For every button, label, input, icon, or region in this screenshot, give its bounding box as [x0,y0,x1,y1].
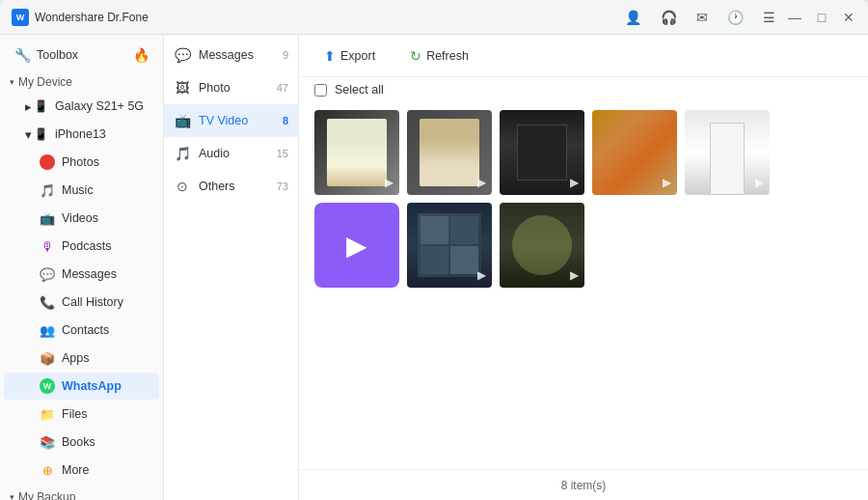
mid-count-messages: 9 [283,49,288,61]
sidebar-item-photos[interactable]: Photos [4,149,159,176]
sidebar-label-my-backup: My Backup [18,490,75,500]
play-icon-4: ▶ [663,176,671,189]
export-button[interactable]: ⬆ Export [314,43,385,69]
call-history-icon: 📞 [39,293,56,311]
video-thumb-2[interactable]: ▶ [407,110,492,195]
sidebar-item-messages[interactable]: 💬 Messages [4,261,159,288]
title-bar-controls: 👤 🎧 ✉ 🕐 ☰ — □ ✕ [617,10,856,25]
profile-icon[interactable]: 👤 [625,10,641,25]
sidebar-item-apps[interactable]: 📦 Apps [4,345,159,372]
mid-others-icon: ⊙ [174,178,191,195]
video-thumb-3[interactable]: ▶ [500,110,584,195]
refresh-icon: ↻ [410,48,421,64]
minimize-button[interactable]: — [787,10,802,25]
mid-label-messages: Messages [199,48,254,62]
sidebar-label-books: Books [62,435,95,449]
sidebar-item-files[interactable]: 📁 Files [4,401,159,428]
mid-label-others: Others [199,180,235,193]
maximize-button[interactable]: □ [814,10,829,25]
sidebar-item-music[interactable]: 🎵 Music [4,177,159,204]
play-icon-6: ▶ [477,268,486,282]
mid-item-audio[interactable]: 🎵 Audio 15 [164,137,298,170]
select-all-checkbox[interactable] [314,84,327,97]
backup-arrow-icon: ▾ [10,492,14,500]
mid-item-others[interactable]: ⊙ Others 73 [164,170,298,203]
sidebar-item-videos[interactable]: 📺 Videos [4,205,159,232]
menu-icon[interactable]: ☰ [763,10,775,25]
video-thumb-5[interactable]: ▶ [685,110,770,195]
sidebar-label-my-device: My Device [18,75,72,89]
mid-audio-icon: 🎵 [174,145,191,162]
sidebar-item-more[interactable]: ⊕ More [4,457,159,484]
messages-icon: 💬 [39,265,56,283]
iphone13-arrow-icon: ▾ [25,127,32,142]
more-icon: ⊕ [39,461,56,479]
sidebar-item-whatsapp[interactable]: W WhatsApp [4,373,159,400]
headset-icon[interactable]: 🎧 [661,10,677,25]
sidebar-item-iphone13[interactable]: ▾ 📱 iPhone13 [4,121,159,148]
mid-item-photo[interactable]: 🖼 Photo 47 [164,71,298,104]
whatsapp-icon: W [39,377,56,395]
video-thumb-1[interactable]: ▶ [314,110,399,195]
sidebar-label-messages: Messages [62,267,117,281]
select-all-row: Select all [299,77,868,102]
mid-count-others: 73 [277,181,288,192]
galaxy-arrow-icon: ▸ [25,99,32,114]
play-icon-1: ▶ [385,176,393,189]
toolbox-icon: 🔧 [14,46,31,64]
video-thumb-file[interactable]: ▶ ● [314,203,399,288]
arrow-icon: ▾ [10,77,14,87]
sidebar-item-galaxy[interactable]: ▸ 📱 Galaxy S21+ 5G [4,93,159,120]
mid-item-messages[interactable]: 💬 Messages 9 [164,39,298,71]
content-toolbar: ⬆ Export ↻ Refresh [299,35,868,77]
refresh-button[interactable]: ↻ Refresh [400,43,478,69]
play-icon-2: ▶ [477,176,486,189]
title-bar: W Wondershare Dr.Fone 👤 🎧 ✉ 🕐 ☰ — □ ✕ [0,0,868,35]
sidebar-label-files: Files [62,407,87,421]
sidebar-item-my-device[interactable]: ▾ My Device [0,69,163,92]
sidebar-item-my-backup[interactable]: ▾ My Backup [0,485,163,500]
select-all-label[interactable]: Select all [335,83,384,97]
fire-icon: 🔥 [133,47,149,63]
sidebar-label-more: More [62,463,89,477]
play-icon-3: ▶ [570,176,579,189]
iphone13-icon: 📱 [32,125,49,143]
sidebar-label-iphone13: iPhone13 [55,127,106,141]
video-thumb-4[interactable]: ▶ [592,110,677,195]
close-button[interactable]: ✕ [841,10,856,25]
sidebar-label-videos: Videos [62,211,98,225]
sidebar-item-contacts[interactable]: 👥 Contacts [4,317,159,344]
mid-count-tv-video: 8 [283,115,288,126]
sidebar-label-call-history: Call History [62,295,123,309]
video-thumb-6[interactable]: ▶ [407,203,492,288]
sidebar-label-whatsapp: WhatsApp [62,379,122,393]
video-thumb-7[interactable]: ▶ [500,203,584,288]
mid-count-photo: 47 [277,82,288,94]
sidebar-label-toolbox: Toolbox [37,48,78,62]
mid-item-tv-video[interactable]: 📺 TV Video 8 [164,104,298,137]
sidebar-item-books[interactable]: 📚 Books [4,429,159,456]
app-title: Wondershare Dr.Fone [35,11,617,24]
sidebar-label-podcasts: Podcasts [62,239,111,253]
sidebar-label-photos: Photos [62,155,99,169]
middle-panel: 💬 Messages 9 🖼 Photo 47 📺 TV Video 8 🎵 [164,35,299,500]
item-count: 8 item(s) [561,479,607,492]
mail-icon[interactable]: ✉ [696,10,708,25]
play-icon-5: ▶ [755,176,764,189]
videos-icon: 📺 [39,209,56,227]
galaxy-icon: 📱 [32,97,49,115]
mid-photo-icon: 🖼 [174,79,191,97]
books-icon: 📚 [39,433,56,451]
sidebar-label-apps: Apps [62,351,90,365]
mid-label-photo: Photo [199,81,231,95]
sidebar-item-call-history[interactable]: 📞 Call History [4,289,159,316]
export-label: Export [340,49,375,63]
play-icon-7: ▶ [570,268,579,282]
sidebar-label-music: Music [62,183,94,197]
history-icon[interactable]: 🕐 [727,10,744,25]
content-area: ⬆ Export ↻ Refresh Select all [299,35,868,500]
sidebar-item-toolbox[interactable]: 🔧 Toolbox 🔥 [4,42,159,69]
contacts-icon: 👥 [39,321,56,339]
sidebar-item-podcasts[interactable]: 🎙 Podcasts [4,233,159,260]
mid-messages-icon: 💬 [174,46,191,64]
